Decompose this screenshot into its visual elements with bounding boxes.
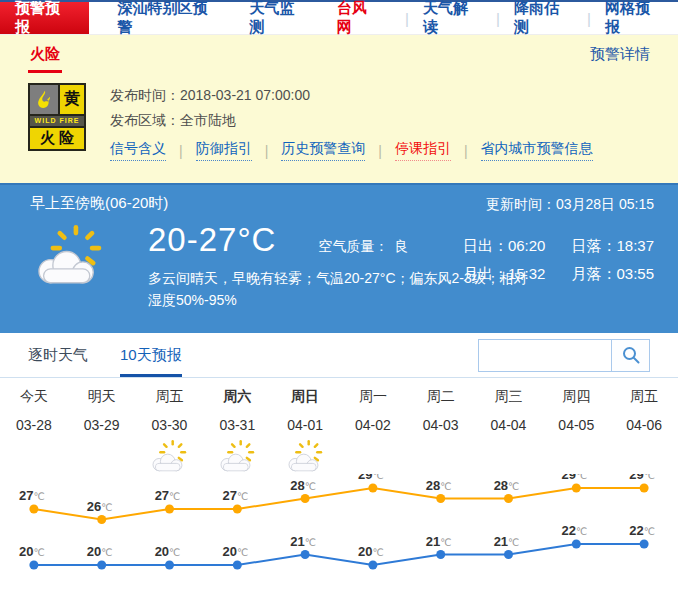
link-separator: | bbox=[179, 143, 183, 159]
update-time: 更新时间：03月28日 05:15 bbox=[486, 196, 654, 214]
weather-portal-page: 预警预报 深汕特别区预警 天气监测 台风网 | 天气解读 | 降雨估测 | 网格… bbox=[0, 0, 678, 590]
sun-moon-times: 日出：06:20 日落：18:37 月出：15:32 月落：03:55 bbox=[463, 237, 654, 284]
nav-item-weather-interpret[interactable]: 天气解读 bbox=[409, 0, 496, 37]
tab-hourly-weather[interactable]: 逐时天气 bbox=[28, 333, 88, 377]
empty-icon-cell bbox=[542, 437, 610, 474]
nav-right-group: 台风网 | 天气解读 | 降雨估测 | 网格预报 bbox=[323, 2, 678, 34]
svg-text:22℃: 22℃ bbox=[561, 523, 587, 538]
temperature-range: 20-27°C bbox=[148, 221, 276, 259]
svg-text:29℃: 29℃ bbox=[561, 474, 587, 482]
publish-time-value: 2018-03-21 07:00:00 bbox=[180, 87, 310, 103]
svg-text:29℃: 29℃ bbox=[358, 474, 384, 482]
search-input[interactable] bbox=[479, 340, 611, 371]
day-col: 周一 bbox=[339, 388, 407, 406]
sunrise-time: 日出：06:20 bbox=[463, 237, 546, 256]
svg-text:20℃: 20℃ bbox=[19, 544, 45, 559]
empty-icon-cell bbox=[339, 437, 407, 474]
partly-cloudy-icon bbox=[203, 437, 271, 474]
svg-text:27℃: 27℃ bbox=[155, 488, 181, 503]
svg-text:29℃: 29℃ bbox=[629, 474, 655, 482]
date-col: 04-06 bbox=[610, 417, 678, 433]
nav-item-shenshan[interactable]: 深汕特别区预警 bbox=[103, 2, 235, 34]
svg-text:28℃: 28℃ bbox=[426, 478, 452, 493]
nav-item-typhoon-site[interactable]: 台风网 bbox=[323, 0, 395, 37]
forecast-icon-row bbox=[0, 437, 678, 474]
update-time-value: 03月28日 05:15 bbox=[556, 196, 654, 212]
svg-text:20℃: 20℃ bbox=[155, 544, 181, 559]
temp-chart: 27℃26℃27℃27℃28℃29℃28℃28℃29℃29℃20℃20℃20℃2… bbox=[0, 474, 678, 586]
forecast-day-row: 今天 明天 周五 周六 周日 周一 周二 周三 周四 周五 bbox=[0, 388, 678, 406]
empty-icon-cell bbox=[475, 437, 543, 474]
moonrise-time: 月出：15:32 bbox=[463, 265, 546, 284]
badge-type-label: 火 险 bbox=[28, 128, 86, 151]
forecast-date-row: 03-28 03-29 03-30 03-31 04-01 04-02 04-0… bbox=[0, 417, 678, 433]
date-col: 04-04 bbox=[475, 417, 543, 433]
search-button[interactable] bbox=[611, 340, 649, 371]
nav-item-grid-forecast[interactable]: 网格预报 bbox=[591, 0, 678, 37]
wildfire-badge: 黄 WILD FIRE 火 险 bbox=[28, 83, 86, 161]
day-col: 周五 bbox=[136, 388, 204, 406]
date-col: 04-01 bbox=[271, 417, 339, 433]
warning-detail-link[interactable]: 预警详情 bbox=[590, 41, 650, 64]
partly-cloudy-icon bbox=[271, 437, 339, 474]
publish-time-row: 发布时间：2018-03-21 07:00:00 bbox=[110, 83, 593, 108]
link-separator: | bbox=[378, 143, 382, 159]
date-col: 03-28 bbox=[0, 417, 68, 433]
tab-ten-day-forecast[interactable]: 10天预报 bbox=[120, 333, 182, 377]
empty-icon-cell bbox=[0, 437, 68, 474]
partly-cloudy-icon bbox=[136, 437, 204, 474]
top-nav: 预警预报 深汕特别区预警 天气监测 台风网 | 天气解读 | 降雨估测 | 网格… bbox=[0, 2, 678, 35]
day-col: 周三 bbox=[475, 388, 543, 406]
empty-icon-cell bbox=[68, 437, 136, 474]
current-conditions-panel: 早上至傍晚(06-20时) 更新时间：03月28日 05:15 20-27°C … bbox=[0, 183, 678, 333]
date-col: 04-02 bbox=[339, 417, 407, 433]
date-col: 04-03 bbox=[407, 417, 475, 433]
publish-area-label: 发布区域： bbox=[110, 112, 180, 128]
flame-icon bbox=[28, 83, 60, 116]
air-quality: 空气质量：良 bbox=[318, 238, 408, 256]
svg-text:20℃: 20℃ bbox=[87, 544, 113, 559]
sunset-time: 日落：18:37 bbox=[571, 237, 654, 256]
svg-text:26℃: 26℃ bbox=[87, 499, 113, 514]
air-quality-value: 良 bbox=[394, 238, 408, 254]
empty-icon-cell bbox=[407, 437, 475, 474]
date-col: 04-05 bbox=[542, 417, 610, 433]
link-separator: | bbox=[464, 143, 468, 159]
badge-band-label: WILD FIRE bbox=[28, 116, 86, 128]
nav-item-weather-monitor[interactable]: 天气监测 bbox=[235, 2, 322, 34]
link-history-query[interactable]: 历史预警查询 bbox=[281, 140, 365, 161]
date-col: 03-30 bbox=[136, 417, 204, 433]
date-col: 03-31 bbox=[203, 417, 271, 433]
svg-text:21℃: 21℃ bbox=[426, 534, 452, 549]
svg-text:27℃: 27℃ bbox=[222, 488, 248, 503]
link-defense-guide[interactable]: 防御指引 bbox=[196, 140, 252, 161]
day-col: 今天 bbox=[0, 388, 68, 406]
nav-item-rain-estimate[interactable]: 降雨估测 bbox=[500, 0, 587, 37]
day-col: 周日 bbox=[271, 388, 339, 406]
publish-area-row: 发布区域：全市陆地 bbox=[110, 108, 593, 133]
day-col: 周六 bbox=[203, 388, 271, 406]
search-icon bbox=[621, 345, 641, 365]
link-class-suspension[interactable]: 停课指引 bbox=[395, 140, 451, 161]
day-col: 周四 bbox=[542, 388, 610, 406]
publish-area-value: 全市陆地 bbox=[180, 112, 236, 128]
link-province-warnings[interactable]: 省内城市预警信息 bbox=[481, 140, 593, 161]
svg-text:22℃: 22℃ bbox=[629, 523, 655, 538]
nav-tab-warning-forecast[interactable]: 预警预报 bbox=[0, 2, 89, 34]
date-col: 03-29 bbox=[68, 417, 136, 433]
svg-text:21℃: 21℃ bbox=[290, 534, 316, 549]
svg-text:20℃: 20℃ bbox=[222, 544, 248, 559]
svg-text:27℃: 27℃ bbox=[19, 488, 45, 503]
search-box bbox=[478, 339, 650, 372]
svg-text:20℃: 20℃ bbox=[358, 544, 384, 559]
svg-text:28℃: 28℃ bbox=[290, 478, 316, 493]
fire-warning-panel: 火险 预警详情 黄 WILD FIRE 火 险 发布时间：2018-03-21 … bbox=[0, 35, 678, 183]
warning-tab-fire-risk[interactable]: 火险 bbox=[28, 41, 62, 73]
moonset-time: 月落：03:55 bbox=[571, 265, 654, 284]
link-separator: | bbox=[265, 143, 269, 159]
badge-color-label: 黄 bbox=[60, 83, 86, 116]
publish-time-label: 发布时间： bbox=[110, 87, 180, 103]
empty-icon-cell bbox=[610, 437, 678, 474]
link-signal-meaning[interactable]: 信号含义 bbox=[110, 140, 166, 161]
svg-text:28℃: 28℃ bbox=[494, 478, 520, 493]
